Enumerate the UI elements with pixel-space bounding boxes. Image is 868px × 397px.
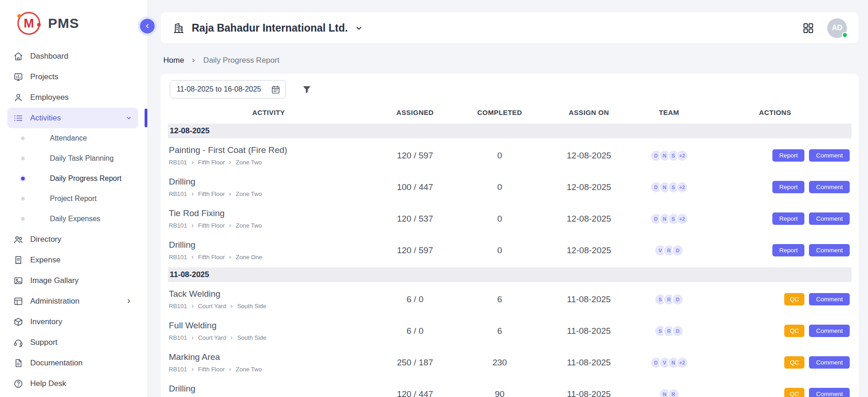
bullet-icon: [21, 177, 25, 180]
table-row: DrillingRB101Fifth FloorZone Two100 / 44…: [168, 171, 852, 203]
gallery-icon: [13, 276, 23, 286]
calendar-icon: [271, 85, 280, 94]
chevron-right-icon: [229, 304, 234, 309]
sidebar-collapse-button[interactable]: [140, 19, 155, 33]
sidebar-item-directory[interactable]: Directory: [7, 229, 138, 250]
qc-button[interactable]: QC: [784, 325, 804, 337]
report-button[interactable]: Report: [772, 181, 805, 193]
administration-icon: [13, 296, 23, 306]
breadcrumb-current: Daily Progress Report: [203, 56, 279, 65]
sidebar-item-administration[interactable]: Administration: [7, 291, 138, 311]
activity-cell: Tie Rod FixingRB101Fifth FloorZone Two: [168, 208, 369, 229]
assign-on-value: 12-08-2025: [539, 214, 639, 224]
activity-name: Drilling: [169, 177, 369, 187]
table-row: DrillingRB101Fifth FloorZone Two120 / 44…: [168, 378, 852, 397]
team-avatars: DVN+2: [639, 357, 699, 369]
comment-button[interactable]: Comment: [809, 149, 850, 162]
sidebar-item-image-gallary[interactable]: Image Gallary: [7, 270, 138, 291]
comment-button[interactable]: Comment: [809, 356, 850, 369]
sidebar-subitem-daily-progress-report[interactable]: Daily Progress Report: [7, 169, 138, 189]
path-segment: Fifth Floor: [198, 159, 225, 166]
qc-button[interactable]: QC: [784, 356, 804, 369]
assigned-value: 6 / 0: [369, 294, 461, 305]
assigned-value: 100 / 447: [369, 182, 461, 192]
completed-value: 0: [461, 245, 539, 256]
chevron-right-icon: [125, 298, 132, 305]
team-avatars: VRD: [639, 245, 699, 256]
user-avatar[interactable]: AD: [827, 18, 847, 38]
comment-button[interactable]: Comment: [809, 293, 850, 305]
bullet-icon: [21, 136, 25, 140]
report-button[interactable]: Report: [772, 212, 805, 225]
report-button[interactable]: Report: [772, 244, 805, 256]
actions-cell: QCComment: [699, 325, 852, 337]
chevron-right-icon: [190, 192, 195, 196]
actions-cell: ReportComment: [699, 149, 852, 162]
date-group-header: 11-08-2025: [168, 267, 852, 282]
chevron-right-icon: [228, 223, 232, 228]
comment-button[interactable]: Comment: [809, 325, 850, 337]
qc-button[interactable]: QC: [784, 293, 804, 305]
sidebar-subitem-label: Project Report: [50, 195, 97, 203]
qc-button[interactable]: QC: [784, 388, 804, 397]
team-avatar: D: [672, 294, 684, 305]
path-segment: South Side: [237, 334, 266, 341]
sidebar-item-documentation[interactable]: Documentation: [7, 353, 138, 373]
comment-button[interactable]: Comment: [809, 388, 850, 397]
sidebar-subitem-daily-expenses[interactable]: Daily Expenses: [7, 209, 138, 229]
sidebar-item-employees[interactable]: Employees: [7, 87, 138, 108]
filter-button[interactable]: [302, 84, 312, 95]
activity-path: RB101Fifth FloorZone Two: [169, 222, 369, 229]
sidebar-subitem-project-report[interactable]: Project Report: [7, 189, 138, 209]
breadcrumb-home-link[interactable]: Home: [163, 56, 184, 65]
sidebar-subitem-daily-task-planning[interactable]: Daily Task Planning: [7, 148, 138, 169]
chevron-right-icon: [229, 336, 234, 340]
activity-name: Marking Area: [169, 352, 369, 362]
sidebar-item-support[interactable]: Support: [7, 332, 138, 353]
activity-name: Tie Rod Fixing: [169, 208, 369, 218]
team-avatar: +2: [676, 150, 688, 162]
chevron-left-icon: [144, 22, 151, 30]
comment-button[interactable]: Comment: [809, 181, 850, 193]
comment-button[interactable]: Comment: [809, 244, 850, 256]
helpdesk-icon: [13, 379, 23, 389]
sidebar-item-inventory[interactable]: Inventory: [7, 311, 138, 332]
sidebar-subitem-attendance[interactable]: Attendance: [7, 128, 138, 148]
activity-path: RB101Fifth FloorZone Two: [169, 190, 369, 197]
table-row: Marking AreaRB101Fifth FloorZone Two250 …: [168, 347, 852, 378]
sidebar-item-projects[interactable]: Projects: [7, 66, 138, 87]
sidebar-item-expense[interactable]: Expense: [7, 250, 138, 270]
completed-value: 0: [461, 214, 539, 224]
path-segment: South Side: [237, 303, 266, 310]
sidebar-item-dashboard[interactable]: Dashboard: [7, 46, 138, 66]
table-row: Full WeldingRB101Court YardSouth Side6 /…: [168, 315, 852, 347]
breadcrumb: Home Daily Progress Report: [163, 56, 857, 65]
path-segment: Zone Two: [236, 222, 262, 229]
apps-grid-button[interactable]: [802, 22, 814, 34]
support-icon: [13, 337, 23, 348]
home-icon: [13, 51, 23, 61]
topbar-right: AD: [802, 18, 847, 38]
assigned-value: 120 / 447: [369, 389, 461, 397]
table-row: Tie Rod FixingRB101Fifth FloorZone Two12…: [168, 203, 852, 234]
column-header-assign-on: ASSIGN ON: [539, 109, 639, 116]
sidebar-item-help-desk[interactable]: Help Desk: [7, 373, 138, 394]
actions-cell: QCComment: [699, 293, 852, 305]
company-selector[interactable]: Raja Bahadur International Ltd.: [173, 22, 363, 34]
sidebar-item-label: Documentation: [30, 359, 82, 368]
sidebar-item-label: Directory: [30, 235, 61, 244]
path-segment: RB101: [169, 366, 187, 373]
activity-path: RB101Court YardSouth Side: [169, 303, 369, 310]
path-segment: Court Yard: [198, 303, 226, 310]
chevron-right-icon: [190, 336, 195, 340]
path-segment: Zone Two: [236, 190, 262, 197]
sidebar-item-label: Employees: [30, 93, 69, 102]
path-segment: Zone Two: [236, 366, 262, 373]
sidebar-item-activities[interactable]: Activities: [7, 108, 138, 128]
comment-button[interactable]: Comment: [809, 212, 850, 225]
report-button[interactable]: Report: [772, 149, 805, 162]
funnel-icon: [302, 84, 312, 95]
activity-cell: Marking AreaRB101Fifth FloorZone Two: [168, 352, 369, 373]
date-range-input[interactable]: 11-08-2025 to 16-08-2025: [170, 80, 286, 98]
chevron-right-icon: [190, 367, 195, 372]
